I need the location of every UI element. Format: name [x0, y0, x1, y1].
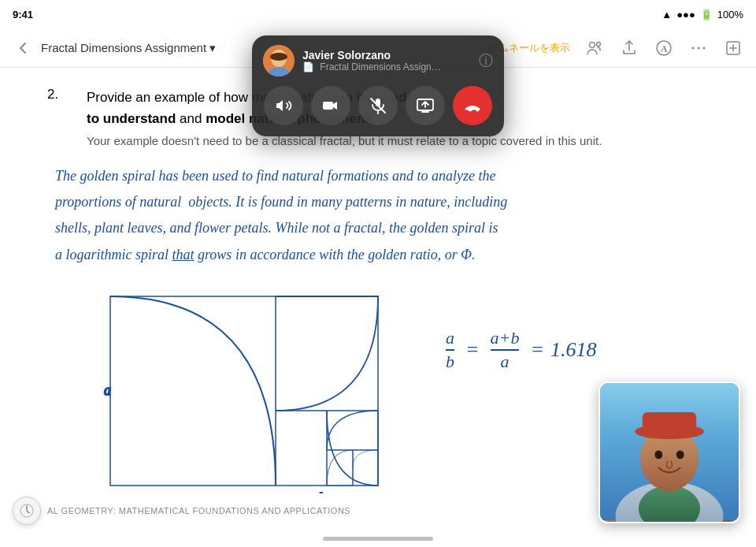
share-icon[interactable]: [619, 38, 639, 58]
caller-name: Javier Solorzano: [302, 49, 471, 61]
svg-point-26: [676, 451, 684, 460]
svg-rect-31: [323, 102, 333, 110]
svg-point-4: [692, 47, 695, 49]
edit-icon[interactable]: [723, 38, 743, 58]
facetime-controls: [263, 86, 493, 125]
screen-share-button[interactable]: [406, 86, 445, 125]
document-title[interactable]: Fractal Dimensions Assignment ▾: [41, 41, 216, 55]
person-silhouette: [600, 383, 739, 522]
people-icon[interactable]: [584, 38, 605, 58]
pen-tool[interactable]: [13, 497, 41, 525]
status-icons: ▲ ●●● 🔋 100%: [662, 9, 743, 20]
wifi-icon: ▲: [662, 9, 672, 20]
signal-icon: ●●●: [676, 9, 695, 20]
formula-equals-1: =: [465, 338, 480, 362]
avatar-image: [263, 45, 295, 76]
facetime-avatar: [263, 45, 295, 76]
formula-a-plus-b-over-a: a+b a: [491, 328, 520, 372]
markup-icon[interactable]: A: [654, 38, 674, 58]
more-icon[interactable]: [688, 38, 709, 58]
formula-display: a b = a+b a = 1.618: [441, 328, 596, 372]
svg-text:a: a: [104, 382, 111, 398]
formula-value: 1.618: [550, 338, 597, 362]
question-number: 2.: [47, 87, 71, 151]
caller-doc: 📄 Fractal Dimensions Assignme...: [302, 61, 444, 73]
speaker-button[interactable]: [264, 86, 303, 125]
svg-text:b: b: [319, 490, 326, 493]
battery-percent: 100%: [717, 9, 743, 20]
golden-spiral-svg: a a b: [94, 288, 402, 493]
toolbar-right: サムネールを表示 A: [488, 38, 743, 58]
video-button[interactable]: [311, 86, 350, 125]
formula-a-over-b: a b: [446, 328, 454, 372]
handwritten-text: The golden spiral has been used to find …: [55, 163, 701, 268]
svg-rect-8: [110, 296, 378, 486]
svg-text:a: a: [187, 490, 195, 493]
camera-feed: [598, 381, 740, 523]
golden-spiral-drawing: a a b: [94, 288, 402, 493]
svg-point-0: [590, 42, 595, 47]
golden-ratio-formula: a b = a+b a = 1.618: [441, 328, 596, 372]
toolbar-left: Fractal Dimensions Assignment ▾: [13, 38, 216, 58]
collapse-icon[interactable]: [13, 38, 33, 58]
svg-point-5: [698, 47, 700, 49]
status-bar: 9:41 ▲ ●●● 🔋 100%: [0, 0, 756, 28]
battery-icon: 🔋: [700, 9, 713, 20]
svg-point-30: [270, 53, 287, 61]
dropdown-icon: ▾: [209, 41, 216, 55]
formula-equals-2: =: [530, 338, 544, 362]
mute-button[interactable]: [358, 86, 398, 125]
status-time: 9:41: [13, 9, 33, 20]
facetime-info: Javier Solorzano 📄 Fractal Dimensions As…: [302, 49, 471, 73]
facetime-overlay: Javier Solorzano 📄 Fractal Dimensions As…: [252, 35, 504, 136]
document-label: AL GEOMETRY: MATHEMATICAL FOUNDATIONS AN…: [47, 506, 350, 515]
end-call-button[interactable]: [453, 86, 492, 125]
svg-text:A: A: [661, 43, 668, 54]
home-indicator: [323, 537, 433, 541]
handwritten-answer: The golden spiral has been used to find …: [47, 163, 709, 268]
svg-point-1: [597, 42, 601, 46]
svg-point-6: [703, 47, 706, 49]
svg-point-25: [654, 451, 662, 460]
svg-rect-24: [643, 412, 696, 435]
info-icon[interactable]: ⓘ: [479, 51, 493, 70]
facetime-header: Javier Solorzano 📄 Fractal Dimensions As…: [263, 45, 493, 76]
content-area: 2. Provide an example of how mathematics…: [0, 68, 756, 547]
camera-person-view: [600, 383, 739, 522]
